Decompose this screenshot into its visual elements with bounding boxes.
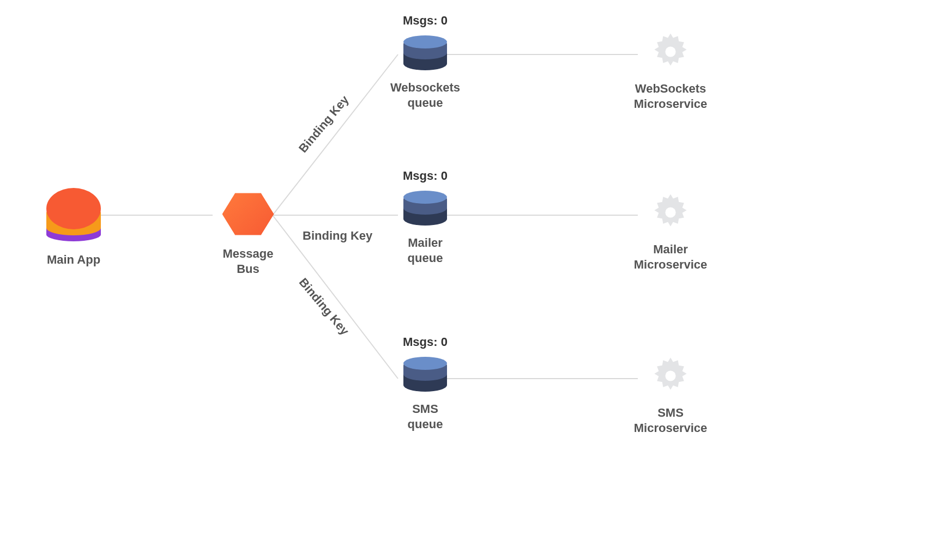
main-app-node: Main App (44, 188, 104, 267)
queue-icon (403, 35, 447, 70)
websockets-queue-label: Websockets queue (382, 80, 469, 110)
gear-icon (649, 30, 692, 74)
queue-icon (403, 357, 447, 392)
sms-service-label: SMS Microservice (621, 405, 720, 435)
svg-point-8 (665, 207, 675, 217)
websockets-service-node: WebSockets Microservice (621, 30, 720, 111)
message-bus-node: Message Bus (215, 192, 281, 276)
sms-queue-label: SMS queue (382, 401, 469, 431)
app-icon (46, 188, 101, 242)
hexagon-icon (222, 192, 274, 236)
diagram-canvas: Main App Message Bus Binding Key Binding… (0, 0, 930, 560)
mailer-queue-msgs: Msgs: 0 (382, 169, 469, 183)
sms-service-node: SMS Microservice (621, 354, 720, 435)
websockets-service-label: WebSockets Microservice (621, 81, 720, 111)
websockets-queue-node: Msgs: 0 Websockets queue (382, 14, 469, 110)
gear-icon (649, 354, 692, 398)
mailer-queue-label: Mailer queue (382, 235, 469, 265)
queue-icon (403, 191, 447, 226)
mailer-service-label: Mailer Microservice (621, 242, 720, 272)
sms-queue-node: Msgs: 0 SMS queue (382, 335, 469, 431)
svg-point-7 (665, 46, 675, 57)
binding-key-label-mid: Binding Key (303, 229, 372, 243)
sms-queue-msgs: Msgs: 0 (382, 335, 469, 349)
main-app-label: Main App (44, 252, 104, 267)
websockets-queue-msgs: Msgs: 0 (382, 14, 469, 28)
svg-line-1 (273, 54, 398, 215)
svg-point-9 (665, 370, 675, 381)
mailer-service-node: Mailer Microservice (621, 191, 720, 272)
gear-icon (649, 191, 692, 234)
message-bus-label: Message Bus (215, 246, 281, 276)
mailer-queue-node: Msgs: 0 Mailer queue (382, 169, 469, 265)
